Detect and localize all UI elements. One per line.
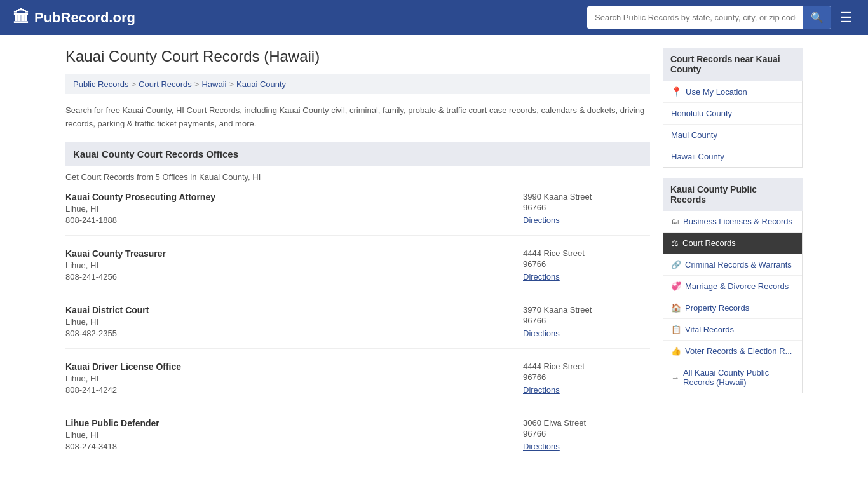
office-right: 3060 Eiwa Street 96766 Directions — [523, 418, 650, 451]
sidebar-public-item[interactable]: 📋Vital Records — [663, 319, 802, 341]
sidebar-item-icon: ⚖ — [671, 238, 679, 248]
sidebar-item-icon: 🗂 — [671, 217, 679, 226]
location-icon: 📍 — [671, 86, 682, 97]
honolulu-county-link[interactable]: Honolulu County — [671, 109, 732, 118]
office-zip: 96766 — [523, 372, 650, 382]
sidebar-item-hawaii[interactable]: Hawaii County — [663, 146, 802, 167]
office-left: Lihue Public Defender Lihue, HI 808-274-… — [65, 418, 523, 451]
sidebar-public-title: Kauai County Public Records — [663, 178, 803, 211]
office-city: Lihue, HI — [65, 204, 523, 214]
office-left: Kauai County Prosecuting Attorney Lihue,… — [65, 192, 523, 225]
office-city: Lihue, HI — [65, 261, 523, 270]
sidebar-item-icon: → — [671, 373, 679, 383]
sidebar-item-link[interactable]: Property Records — [685, 303, 749, 313]
office-address: 4444 Rice Street — [523, 362, 650, 371]
office-entry: Lihue Public Defender Lihue, HI 808-274-… — [65, 418, 650, 461]
office-phone: 808-274-3418 — [65, 442, 523, 451]
search-bar: 🔍 — [587, 6, 831, 29]
sidebar-item-link[interactable]: Marriage & Divorce Records — [685, 281, 789, 291]
office-zip: 96766 — [523, 203, 650, 212]
breadcrumb-public-records[interactable]: Public Records — [73, 79, 128, 89]
hawaii-county-link[interactable]: Hawaii County — [671, 152, 724, 161]
maui-county-link[interactable]: Maui County — [671, 130, 717, 140]
page-title: Kauai County Court Records (Hawaii) — [65, 48, 650, 65]
office-name: Kauai Driver License Office — [65, 362, 523, 372]
offices-list: Kauai County Prosecuting Attorney Lihue,… — [65, 192, 650, 461]
offices-count: Get Court Records from 5 Offices in Kaua… — [65, 172, 650, 182]
breadcrumb-kauai-county[interactable]: Kauai County — [236, 79, 286, 89]
office-zip: 96766 — [523, 316, 650, 325]
sidebar-item-icon: 💞 — [671, 281, 681, 291]
sidebar-item-link[interactable]: Court Records — [682, 238, 736, 248]
sidebar-item-maui[interactable]: Maui County — [663, 125, 802, 146]
sidebar-near-list: 📍 Use My Location Honolulu County Maui C… — [663, 81, 803, 168]
office-city: Lihue, HI — [65, 430, 523, 440]
sidebar-public-item[interactable]: →All Kauai County Public Records (Hawaii… — [663, 362, 802, 393]
breadcrumb-sep-1: > — [131, 79, 136, 89]
office-right: 4444 Rice Street 96766 Directions — [523, 248, 650, 281]
sidebar-public-item[interactable]: 🔗Criminal Records & Warrants — [663, 254, 802, 276]
sidebar-near-title: Court Records near Kauai County — [663, 48, 803, 81]
breadcrumb-hawaii[interactable]: Hawaii — [201, 79, 226, 89]
directions-link[interactable]: Directions — [523, 215, 560, 225]
main-container: Kauai County Court Records (Hawaii) Publ… — [53, 35, 815, 487]
office-name: Lihue Public Defender — [65, 418, 523, 428]
directions-link[interactable]: Directions — [523, 272, 560, 281]
sidebar-item-icon: 📋 — [671, 325, 681, 334]
sidebar-public-item[interactable]: 👍Voter Records & Election R... — [663, 341, 802, 362]
office-city: Lihue, HI — [65, 317, 523, 327]
office-address: 3990 Kaana Street — [523, 192, 650, 201]
office-phone: 808-482-2355 — [65, 329, 523, 338]
office-phone: 808-241-4242 — [65, 385, 523, 395]
office-address: 3970 Kaana Street — [523, 305, 650, 315]
breadcrumb-court-records[interactable]: Court Records — [139, 79, 192, 89]
office-entry: Kauai District Court Lihue, HI 808-482-2… — [65, 305, 650, 349]
sidebar-public-item[interactable]: 💞Marriage & Divorce Records — [663, 276, 802, 297]
office-address: 4444 Rice Street — [523, 248, 650, 258]
logo-icon: 🏛 — [13, 8, 29, 27]
office-right: 3990 Kaana Street 96766 Directions — [523, 192, 650, 225]
office-phone: 808-241-1888 — [65, 215, 523, 225]
breadcrumb-sep-3: > — [229, 79, 234, 89]
office-address: 3060 Eiwa Street — [523, 418, 650, 428]
sidebar-item-link[interactable]: Vital Records — [685, 325, 734, 334]
sidebar-item-icon: 👍 — [671, 346, 681, 356]
sidebar-public-item[interactable]: 🗂Business Licenses & Records — [663, 211, 802, 233]
header-right: 🔍 ☰ — [587, 6, 855, 29]
breadcrumb-sep-2: > — [194, 79, 200, 89]
sidebar-item-icon: 🏠 — [671, 303, 681, 313]
office-zip: 96766 — [523, 259, 650, 269]
sidebar-item-link[interactable]: Criminal Records & Warrants — [685, 260, 792, 269]
search-input[interactable] — [587, 8, 803, 27]
office-name: Kauai County Treasurer — [65, 248, 523, 259]
sidebar-use-location[interactable]: 📍 Use My Location — [663, 81, 802, 103]
directions-link[interactable]: Directions — [523, 442, 560, 451]
sidebar-item-icon: 🔗 — [671, 260, 681, 269]
office-left: Kauai District Court Lihue, HI 808-482-2… — [65, 305, 523, 338]
office-entry: Kauai Driver License Office Lihue, HI 80… — [65, 362, 650, 405]
sidebar-item-link[interactable]: All Kauai County Public Records (Hawaii) — [683, 368, 794, 387]
directions-link[interactable]: Directions — [523, 385, 560, 395]
office-phone: 808-241-4256 — [65, 272, 523, 281]
office-name: Kauai County Prosecuting Attorney — [65, 192, 523, 202]
office-zip: 96766 — [523, 429, 650, 438]
office-left: Kauai Driver License Office Lihue, HI 80… — [65, 362, 523, 395]
site-logo[interactable]: 🏛 PubRecord.org — [13, 8, 135, 27]
sidebar-item-link[interactable]: Business Licenses & Records — [683, 217, 792, 226]
use-location-link[interactable]: Use My Location — [686, 87, 747, 97]
office-right: 4444 Rice Street 96766 Directions — [523, 362, 650, 395]
breadcrumb: Public Records > Court Records > Hawaii … — [65, 74, 650, 94]
sidebar-public-item[interactable]: ⚖Court Records — [663, 233, 802, 254]
office-entry: Kauai County Treasurer Lihue, HI 808-241… — [65, 248, 650, 292]
office-right: 3970 Kaana Street 96766 Directions — [523, 305, 650, 338]
sidebar-public-item[interactable]: 🏠Property Records — [663, 297, 802, 319]
offices-section-header: Kauai County Court Records Offices — [65, 142, 650, 166]
menu-icon[interactable]: ☰ — [837, 7, 855, 29]
sidebar-item-link[interactable]: Voter Records & Election R... — [685, 346, 792, 356]
directions-link[interactable]: Directions — [523, 329, 560, 338]
content-area: Kauai County Court Records (Hawaii) Publ… — [65, 48, 650, 474]
sidebar-public-list: 🗂Business Licenses & Records⚖Court Recor… — [663, 211, 803, 393]
office-city: Lihue, HI — [65, 374, 523, 383]
sidebar-item-honolulu[interactable]: Honolulu County — [663, 103, 802, 125]
search-button[interactable]: 🔍 — [803, 6, 831, 29]
